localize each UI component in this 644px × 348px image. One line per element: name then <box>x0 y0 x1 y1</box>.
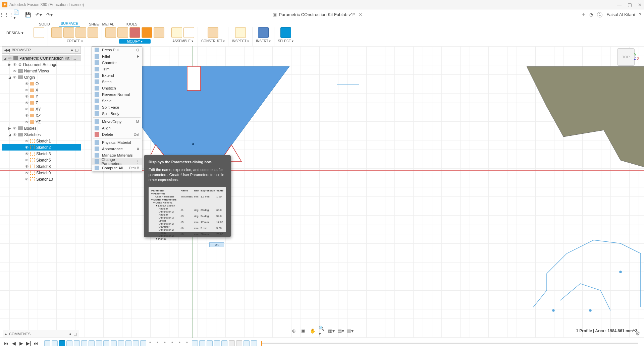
select-label[interactable]: SELECT ▾ <box>278 39 293 43</box>
timeline-step[interactable] <box>89 340 95 346</box>
display-icon[interactable]: ▦▾ <box>328 328 335 334</box>
maximize-button[interactable]: ▢ <box>628 2 632 7</box>
timeline-step[interactable] <box>236 340 242 346</box>
insert-label[interactable]: INSERT ▾ <box>256 39 271 43</box>
undo-button[interactable]: ↶▾ <box>35 11 42 18</box>
menu-scale[interactable]: Scale <box>92 98 142 104</box>
jobs-icon[interactable]: 1 <box>597 12 602 17</box>
tool-icon[interactable] <box>105 27 116 38</box>
menu-split-face[interactable]: Split Face <box>92 104 142 110</box>
user-menu[interactable]: Faisal Al Kilani <box>606 12 635 17</box>
tool-icon[interactable] <box>258 27 269 38</box>
tree-item-origin[interactable]: ◢👁Origin <box>2 74 81 80</box>
tool-icon[interactable] <box>142 27 152 38</box>
timeline-handle[interactable] <box>261 341 262 346</box>
tree-item-xy[interactable]: 👁XY <box>2 106 81 112</box>
tree-item-sketch8[interactable]: 👁Sketch8 <box>2 163 81 170</box>
menu-physical-material[interactable]: Physical Material <box>92 139 142 146</box>
extensions-icon[interactable]: ◔ <box>589 12 593 17</box>
timeline-step[interactable] <box>244 340 250 346</box>
tree-item-sketch9[interactable]: 👁Sketch9 <box>2 170 81 176</box>
tool-icon[interactable] <box>171 27 182 38</box>
timeline-step[interactable] <box>214 340 220 346</box>
timeline-step[interactable] <box>155 340 161 346</box>
tree-root[interactable]: ◢👁 Parametric COnstruction Kit F... <box>2 55 81 61</box>
menu-appearance[interactable]: AppearanceA <box>92 146 142 152</box>
tree-item-x[interactable]: 👁X <box>2 87 81 93</box>
timeline-step[interactable] <box>207 340 213 346</box>
save-button[interactable]: 💾 <box>24 11 32 18</box>
menu-reverse-normal[interactable]: Reverse Normal <box>92 91 142 98</box>
tree-item-sketch3[interactable]: 👁Sketch3 <box>2 151 81 157</box>
close-button[interactable]: ✕ <box>638 2 642 7</box>
construct-label[interactable]: CONSTRUCT ▾ <box>201 39 225 43</box>
timeline-step[interactable] <box>199 340 205 346</box>
tree-item-xz[interactable]: 👁XZ <box>2 112 81 119</box>
apps-icon[interactable]: ⋮⋮⋮ <box>3 11 10 18</box>
tool-icon[interactable] <box>154 27 164 38</box>
menu-change-parameters[interactable]: Change Parameters⋮ <box>92 158 142 165</box>
minimize-button[interactable]: — <box>617 2 622 7</box>
tool-icon[interactable] <box>88 27 98 38</box>
timeline-step[interactable] <box>133 340 139 346</box>
inspect-label[interactable]: INSPECT ▾ <box>232 39 249 43</box>
tab-close-button[interactable]: × <box>359 12 362 18</box>
menu-chamfer[interactable]: Chamfer <box>92 59 142 66</box>
timeline-step[interactable] <box>140 340 146 346</box>
browser-pin-icon[interactable]: ● <box>71 48 73 52</box>
menu-unstitch[interactable]: Unstitch <box>92 85 142 91</box>
timeline-step[interactable] <box>221 340 227 346</box>
tree-item-bodies[interactable]: ▶👁Bodies <box>2 125 81 131</box>
modify-label[interactable]: MODIFY ▾ <box>119 39 151 44</box>
menu-move-copy[interactable]: Move/CopyM <box>92 118 142 125</box>
menu-compute-all[interactable]: Compute AllCtrl+B <box>92 165 142 171</box>
tool-icon[interactable] <box>117 27 128 38</box>
timeline-step[interactable] <box>229 340 235 346</box>
timeline-step[interactable] <box>125 340 131 346</box>
timeline-first[interactable]: ⏮ <box>3 341 9 346</box>
timeline-step[interactable] <box>74 340 80 346</box>
timeline-step[interactable] <box>177 340 183 346</box>
tree-item-sketch10[interactable]: 👁Sketch10 <box>2 176 81 182</box>
tab-tools[interactable]: TOOLS <box>123 21 139 27</box>
tool-icon[interactable] <box>75 27 86 38</box>
menu-align[interactable]: Align <box>92 125 142 131</box>
workspace-switcher[interactable]: DESIGN ▾ <box>0 20 30 46</box>
timeline-step[interactable] <box>81 340 87 346</box>
tree-item-named-views[interactable]: 👁Named Views <box>2 68 81 74</box>
timeline-step[interactable] <box>59 340 65 346</box>
lookAt-icon[interactable]: ▣ <box>300 328 307 334</box>
sketch-tool[interactable] <box>30 27 48 46</box>
timeline-step[interactable] <box>184 340 191 346</box>
file-menu[interactable]: 📄▾ <box>13 11 21 18</box>
zoom-icon[interactable]: 🔍▾ <box>319 328 325 334</box>
settings-icon[interactable]: ⚙ <box>635 330 640 337</box>
browser-header[interactable]: ◀◀ BROWSER ● ▢ <box>2 46 81 54</box>
timeline-step[interactable] <box>103 340 109 346</box>
tool-icon[interactable] <box>63 27 74 38</box>
timeline-step[interactable] <box>44 340 50 346</box>
timeline-step[interactable] <box>170 340 176 346</box>
timeline-prev[interactable]: ◀ <box>11 341 17 346</box>
menu-extend[interactable]: Extend <box>92 72 142 78</box>
timeline-step[interactable] <box>118 340 124 346</box>
timeline-play[interactable]: ▶ <box>18 341 24 346</box>
timeline-step[interactable] <box>192 340 198 346</box>
menu-delete[interactable]: DeleteDel <box>92 131 142 137</box>
viewport-icon[interactable]: ▥▾ <box>347 328 354 334</box>
tree-item-z[interactable]: 👁Z <box>2 100 81 106</box>
tool-icon[interactable] <box>129 27 140 38</box>
tree-item-sketch1[interactable]: 👁Sketch1 <box>2 138 81 144</box>
document-tab[interactable]: ▣ Parametric COnstruction Kit Fablab v1*… <box>56 12 579 18</box>
orbit-icon[interactable]: ⊕ <box>290 328 297 334</box>
tree-item-yz[interactable]: 👁YZ <box>2 119 81 125</box>
timeline-step[interactable] <box>96 340 102 346</box>
timeline-step[interactable] <box>52 340 58 346</box>
tool-icon[interactable] <box>183 27 194 38</box>
tree-item-o[interactable]: 👁O <box>2 80 81 87</box>
canvas-area[interactable]: ◀◀ BROWSER ● ▢ ◢👁 Parametric COnstructio… <box>0 46 644 338</box>
timeline-step[interactable] <box>148 340 154 346</box>
tree-item-sketch2[interactable]: 👁Sketch2 <box>2 144 81 151</box>
timeline-step[interactable] <box>111 340 117 346</box>
comments-collapse-icon[interactable]: ▸ <box>5 332 7 336</box>
